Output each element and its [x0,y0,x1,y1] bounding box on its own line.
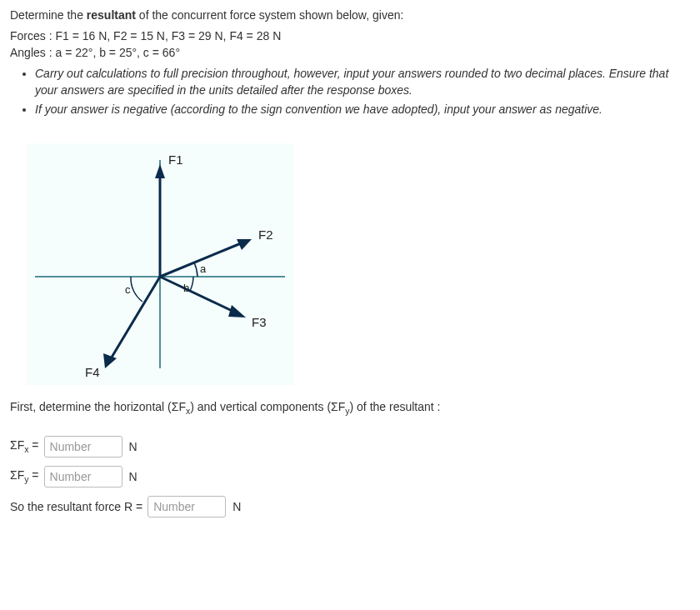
angles-given: Angles : a = 22°, b = 25°, c = 66° [10,46,690,59]
instruction-item: If your answer is negative (according to… [35,102,690,118]
label-sfy: ΣFy = [10,468,39,484]
unit-sfy: N [129,470,138,483]
label-r: So the resultant force R = [10,500,142,513]
label-f4: F4 [85,365,100,379]
label-f2: F2 [258,228,273,242]
prompt-text: ) and vertical components (ΣF [190,400,345,413]
instructions-list: Carry out calculations to full precision… [35,66,690,118]
input-sum-fy[interactable] [44,466,122,488]
label-b: b [183,282,189,294]
components-prompt: First, determine the horizontal (ΣFx) an… [10,400,690,416]
forces-given: Forces : F1 = 16 N, F2 = 15 N, F3 = 29 N… [10,29,690,42]
label-a: a [200,262,207,275]
prompt-text: First, determine the horizontal (ΣF [10,400,186,413]
label-f3: F3 [252,315,267,329]
unit-r: N [232,500,241,513]
label-sfx: ΣFx = [10,438,39,454]
unit-sfx: N [129,440,138,453]
intro-suffix: of the concurrent force system shown bel… [136,8,403,22]
answer-resultant: So the resultant force R = N [10,496,690,518]
label-c: c [125,283,131,296]
answer-sum-fy: ΣFy = N [10,466,690,488]
diagram-svg: F1 F2 a F3 b F4 c [27,143,293,385]
input-resultant[interactable] [148,496,226,518]
instruction-item: Carry out calculations to full precision… [35,66,690,98]
intro-prefix: Determine the [10,8,87,22]
input-sum-fx[interactable] [44,436,122,458]
prompt-text: ) of the resultant : [350,400,441,413]
force-diagram: F1 F2 a F3 b F4 c [27,143,690,385]
problem-intro: Determine the resultant of the concurren… [10,7,690,24]
intro-bold: resultant [87,8,136,22]
answer-sum-fx: ΣFx = N [10,436,690,458]
label-f1: F1 [168,152,183,167]
